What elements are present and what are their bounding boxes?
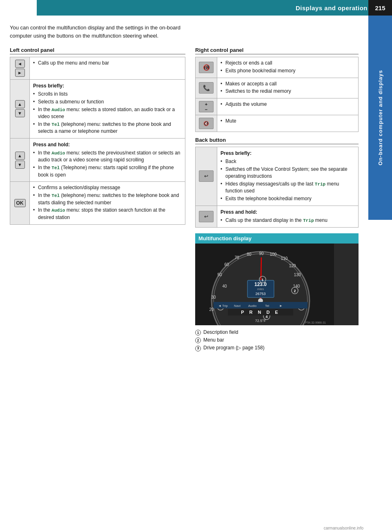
caption-num-1: 1 — [195, 330, 201, 335]
ud-arrow-pair: ▲ ▼ — [13, 100, 26, 117]
bullet-list: Confirms a selection/display message In … — [33, 184, 182, 221]
header-title: Displays and operation — [296, 4, 368, 11]
mono-tel3: Tel — [51, 193, 60, 198]
list-item: Adjusts the volume — [220, 101, 355, 108]
bullet-list: In the Audio menu: selects the previous/… — [33, 150, 182, 178]
desc-cell: Press and hold: Calls up the standard di… — [217, 206, 359, 227]
svg-text:130: 130 — [294, 273, 301, 277]
svg-text:Audio: Audio — [248, 304, 257, 308]
list-item: In the Audio menu: stops the station sea… — [33, 207, 182, 221]
caption-item-3: 3 Drive program (▷ page 158) — [195, 344, 359, 352]
list-item: Exits phone book/redial memory — [220, 67, 355, 74]
desc-cell: Makes or accepts a call Switches to the … — [217, 78, 359, 98]
list-item: In the Tel (telephone) menu: switches to… — [33, 192, 182, 206]
left-panel-table: ◄ ► Calls up the menu and menu bar — [10, 57, 185, 225]
bullet-list: Mute — [220, 118, 355, 125]
speedometer-svg: 40 50 60 70 80 90 100 110 120 130 140 30… — [195, 244, 334, 325]
arrow-up-icon: ▲ — [15, 100, 25, 108]
caption-num-2: 2 — [195, 338, 201, 343]
svg-text:P54.32-9986-31: P54.32-9986-31 — [305, 321, 326, 324]
table-row: ◄ ► Calls up the menu and menu bar — [10, 57, 185, 80]
mono-tel: Tel — [51, 122, 60, 127]
bullet-list: Rejects or ends a call Exits phone book/… — [220, 60, 355, 74]
svg-text:◄ Trip: ◄ Trip — [218, 304, 228, 308]
svg-text:2: 2 — [294, 289, 296, 293]
table-row: ↩ Press and hold: Calls up the standard … — [196, 206, 359, 227]
caption-text-3: Drive program (▷ page 158) — [203, 344, 265, 352]
icon-cell: ↩ — [196, 147, 217, 206]
svg-text:80: 80 — [247, 252, 252, 257]
press-label3: Press briefly: — [220, 150, 355, 157]
list-item: Exits the telephone book/redial memory — [220, 195, 355, 202]
svg-text:►: ► — [279, 304, 283, 308]
list-item: Mute — [220, 118, 355, 125]
desc-cell: Rejects or ends a call Exits phone book/… — [217, 57, 359, 78]
back-button-section: Back button ↩ Press briefly: Back — [195, 137, 359, 228]
side-tab-label: On-board computer and displays — [377, 70, 383, 165]
icon-cell: ▲ ▼ — [10, 138, 30, 181]
desc-cell: Mute — [217, 115, 359, 132]
back-icon: ↩ — [199, 170, 214, 182]
desc-cell: Confirms a selection/display message In … — [30, 182, 185, 224]
list-item: Rejects or ends a call — [220, 60, 355, 67]
ud-arrow-pair2: ▲ ▼ — [13, 152, 26, 169]
list-item: Hides display messages/calls up the last… — [220, 181, 355, 194]
phone-call-icon: 📞 — [199, 82, 214, 94]
watermark: carmanualsonline.info — [324, 526, 363, 530]
bullet-list: Adjusts the volume — [220, 101, 355, 108]
left-panel-heading: Left control panel — [10, 47, 185, 54]
list-item: Switches off the Voice Control System; s… — [220, 166, 355, 180]
bullet-list: Calls up the standard display in the Tri… — [220, 217, 355, 224]
right-panel-heading: Right control panel — [195, 47, 359, 54]
arrow-left-icon: ◄ — [15, 60, 25, 68]
table-row: 📵 Rejects or ends a call Exits phone boo… — [196, 57, 359, 78]
svg-text:1: 1 — [261, 278, 263, 282]
arrow-up-icon2: ▲ — [15, 152, 25, 160]
back-button-heading: Back button — [195, 137, 359, 144]
list-item: Switches to the redial memory — [220, 88, 355, 95]
bullet-list: Scrolls in lists Selects a submenu or fu… — [33, 91, 182, 135]
table-row: + − Adjusts the volume — [196, 98, 359, 115]
svg-text:120: 120 — [289, 264, 296, 268]
list-item: Calls up the standard display in the Tri… — [220, 217, 355, 224]
table-row: ▲ ▼ Press and hold: In the Audio menu: s… — [10, 138, 185, 181]
icon-cell: ▲ ▼ — [10, 80, 30, 139]
icon-cell: OK — [10, 182, 30, 224]
svg-text:90: 90 — [259, 251, 264, 256]
list-item: Calls up the menu and menu bar — [33, 60, 182, 67]
arrow-right-icon: ► — [15, 69, 25, 77]
list-item: Makes or accepts a call — [220, 80, 355, 87]
press-label: Press briefly: — [33, 82, 182, 89]
mono-audio: Audio — [51, 107, 65, 112]
list-item: In the Tel (telephone) menu: switches to… — [33, 121, 182, 135]
caption-list: 1 Description field 2 Menu bar 3 Drive p… — [195, 329, 359, 352]
svg-text:60: 60 — [224, 262, 229, 267]
mono-trip2: Trip — [303, 218, 314, 223]
desc-cell: Adjusts the volume — [217, 98, 359, 115]
back-icon2: ↩ — [199, 211, 214, 222]
svg-text:26753: 26753 — [255, 292, 265, 296]
list-item: In the Audio menu: selects a stored stat… — [33, 106, 182, 120]
svg-text:40: 40 — [222, 284, 227, 288]
icon-cell: ↩ — [196, 206, 217, 227]
caption-text-2: Menu bar — [203, 336, 224, 344]
svg-text:110: 110 — [281, 256, 288, 261]
page-number: 215 — [368, 0, 392, 16]
mono-trip: Trip — [315, 182, 325, 187]
desc-cell: Calls up the menu and menu bar — [30, 57, 185, 80]
svg-text:30: 30 — [211, 295, 216, 300]
table-row: ▲ ▼ Press briefly: Scrolls in lists Sele… — [10, 80, 185, 139]
bullet-list: Calls up the menu and menu bar — [33, 60, 182, 67]
table-row: OK Confirms a selection/display message … — [10, 182, 185, 224]
caption-text-1: Description field — [203, 329, 238, 336]
icon-cell: 📞 — [196, 78, 217, 98]
mono-audio3: Audio — [51, 208, 65, 213]
caption-item-2: 2 Menu bar — [195, 336, 359, 344]
table-row: 📞 Makes or accepts a call Switches to th… — [196, 78, 359, 98]
list-item: Back — [220, 158, 355, 165]
phone-end-icon: 📵 — [199, 62, 214, 73]
bullet-list: Back Switches off the Voice Control Syst… — [220, 158, 355, 202]
desc-cell: Press briefly: Scrolls in lists Selects … — [30, 80, 185, 139]
icon-cell: 🔇 — [196, 115, 217, 132]
svg-text:100: 100 — [270, 252, 277, 257]
